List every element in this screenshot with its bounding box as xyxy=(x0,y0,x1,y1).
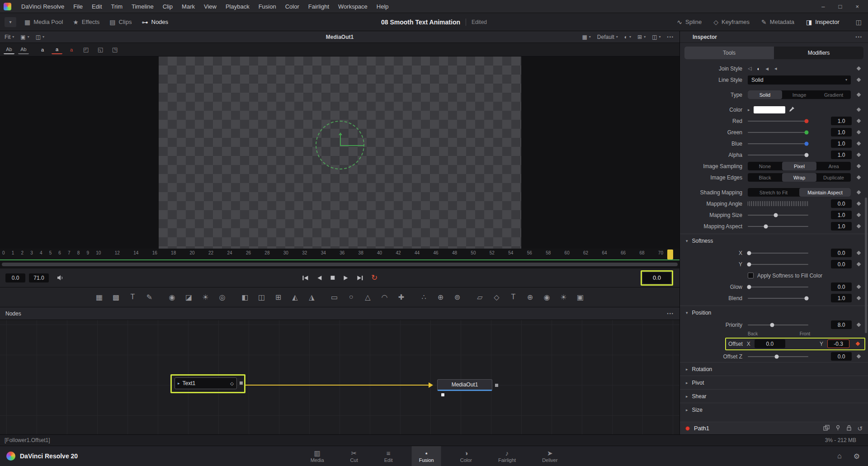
text-color-outline-button[interactable]: a xyxy=(66,45,77,54)
textplus-tool-icon[interactable]: T xyxy=(128,293,137,301)
close-button[interactable]: × xyxy=(855,3,859,10)
panel-toggle-icon[interactable]: ◫ xyxy=(856,19,862,26)
display-mode-dropdown[interactable]: ▦▾ xyxy=(582,34,590,40)
colorcorrector-tool-icon[interactable]: ◉ xyxy=(168,293,177,301)
play-reverse-button[interactable] xyxy=(316,275,322,281)
blue-slider[interactable] xyxy=(748,143,808,144)
keyframe-diamond-icon[interactable] xyxy=(856,66,861,71)
keyframe-diamond-icon[interactable] xyxy=(856,78,861,82)
inspector-button[interactable]: ◨Inspector xyxy=(806,19,840,26)
keyframe-diamond-icon[interactable] xyxy=(856,119,861,123)
green-value[interactable]: 1.0 xyxy=(831,128,852,137)
softness-x-slider[interactable] xyxy=(748,253,808,254)
keyframe-diamond-icon[interactable] xyxy=(856,141,861,146)
page-media[interactable]: ▥Media xyxy=(303,446,331,466)
pin-icon[interactable] xyxy=(835,424,841,433)
settings-gear-icon[interactable]: ⚙ xyxy=(854,452,860,461)
tab-modifiers[interactable]: Modifiers xyxy=(774,47,863,59)
mapping-aspect-slider[interactable] xyxy=(748,226,808,227)
menu-view[interactable]: View xyxy=(199,0,221,13)
keyframe-diamond-icon[interactable] xyxy=(856,202,861,206)
lumakeyer-tool-icon[interactable]: ◭ xyxy=(291,293,300,301)
edges-option-duplicate[interactable]: Duplicate xyxy=(816,173,851,182)
colorcurves-tool-icon[interactable]: ◪ xyxy=(184,293,193,301)
zoom-preset-dropdown[interactable]: Default ▾ xyxy=(597,34,618,40)
metadata-button[interactable]: ✎Metadata xyxy=(761,19,794,26)
softness-y-slider[interactable] xyxy=(748,264,808,265)
keyframe-diamond-icon[interactable] xyxy=(856,296,861,301)
rectangle-mask-tool-icon[interactable]: ▭ xyxy=(330,293,339,301)
keyframe-diamond-icon[interactable] xyxy=(856,285,861,289)
offset-z-value[interactable]: 0.0 xyxy=(831,352,852,361)
mapping-size-value[interactable]: 1.0 xyxy=(831,211,852,219)
text-transform-1-button[interactable]: ◰ xyxy=(80,45,91,54)
fastnoise-tool-icon[interactable]: ▩ xyxy=(112,293,121,301)
section-size[interactable]: ▸Size xyxy=(680,403,868,416)
loop-button[interactable]: ↻ xyxy=(371,274,377,282)
menu-timeline[interactable]: Timeline xyxy=(127,0,158,13)
brightnesscontrast-tool-icon[interactable]: ☀ xyxy=(201,293,210,301)
reset-history-icon[interactable]: ↺ xyxy=(857,425,863,432)
paint-tool-icon[interactable]: ✎ xyxy=(145,293,154,301)
priority-value[interactable]: 8.0 xyxy=(831,320,852,329)
split-view-dropdown[interactable]: ◫▾ xyxy=(652,34,660,40)
play-forward-button[interactable] xyxy=(343,275,349,281)
mapping-aspect-value[interactable]: 1.0 xyxy=(831,222,852,231)
guides-grid-dropdown[interactable]: ⊞▾ xyxy=(637,34,646,40)
alpha-value[interactable]: 1.0 xyxy=(831,151,852,159)
stop-button[interactable] xyxy=(330,275,335,280)
mapping-size-slider[interactable] xyxy=(748,215,808,216)
ellipse-mask-tool-icon[interactable]: ○ xyxy=(347,293,356,301)
node-text1-output[interactable] xyxy=(240,381,243,385)
softness-x-value[interactable]: 0.0 xyxy=(831,249,852,257)
section-shear[interactable]: ▸Shear xyxy=(680,389,868,403)
offset-y-field[interactable]: -0.3 xyxy=(827,339,849,348)
maximize-button[interactable]: □ xyxy=(839,3,842,10)
join-style-option-3-icon[interactable]: ◂ xyxy=(774,66,777,71)
channel-display-dropdown[interactable]: ▣▾ xyxy=(20,34,29,40)
keyframe-diamond-icon[interactable] xyxy=(856,175,861,180)
page-fusion[interactable]: ⋆Fusion xyxy=(412,446,441,466)
text-transform-2-button[interactable]: ◱ xyxy=(95,45,106,54)
red-value[interactable]: 1.0 xyxy=(831,117,852,125)
shape3d-tool-icon[interactable]: ◇ xyxy=(492,293,501,301)
channelbooleans-tool-icon[interactable]: ⊞ xyxy=(274,293,283,301)
range-in-field[interactable]: 0.0 xyxy=(5,273,25,282)
softness-y-value[interactable]: 0.0 xyxy=(831,260,852,268)
path1-footer-row[interactable]: Path1 ↺ xyxy=(680,422,868,434)
audio-mute-icon[interactable] xyxy=(57,275,64,281)
node-text1[interactable]: ▸ Text1 ◇ xyxy=(175,377,237,389)
sampling-option-none[interactable]: None xyxy=(748,162,782,170)
menu-workspace[interactable]: Workspace xyxy=(334,0,372,13)
tab-tools[interactable]: Tools xyxy=(684,47,774,59)
menu-fairlight[interactable]: Fairlight xyxy=(304,0,334,13)
glow-value[interactable]: 0.0 xyxy=(831,282,852,291)
menu-color[interactable]: Color xyxy=(281,0,304,13)
minimize-button[interactable]: – xyxy=(821,3,825,10)
keyframe-diamond-icon[interactable] xyxy=(856,130,861,135)
polygon-mask-tool-icon[interactable]: △ xyxy=(363,293,373,301)
pmerge-tool-icon[interactable]: ⊕ xyxy=(436,293,445,301)
apply-softness-checkbox[interactable] xyxy=(748,273,754,278)
priority-slider[interactable] xyxy=(748,325,808,325)
effects-button[interactable]: ★Effects xyxy=(73,19,99,26)
glow-slider[interactable] xyxy=(748,287,808,287)
page-cut[interactable]: ✂Cut xyxy=(343,446,365,466)
mapping-angle-thumbwheel[interactable] xyxy=(748,201,808,206)
sampling-option-area[interactable]: Area xyxy=(816,162,851,170)
blend-value[interactable]: 1.0 xyxy=(831,294,852,302)
node-input-arrow-icon[interactable]: ▸ xyxy=(178,381,180,386)
clips-button[interactable]: ▤Clips xyxy=(109,19,132,26)
playhead-marker[interactable] xyxy=(667,249,673,259)
mapping-angle-value[interactable]: 0.0 xyxy=(831,199,852,208)
media-pool-button[interactable]: ▦Media Pool xyxy=(24,19,63,26)
spotlight3d-tool-icon[interactable]: ☀ xyxy=(559,293,568,301)
imageplane3d-tool-icon[interactable]: ▱ xyxy=(476,293,485,301)
nodes-button[interactable]: ⊶Nodes xyxy=(142,19,169,26)
sampling-option-pixel[interactable]: Pixel xyxy=(782,162,816,170)
blend-slider[interactable] xyxy=(748,298,808,299)
viewer-options-menu[interactable]: ••• xyxy=(667,35,674,39)
blur-tool-icon[interactable]: ◎ xyxy=(218,293,227,301)
current-time-field[interactable]: 0.0 xyxy=(643,273,671,283)
mattecontrol-tool-icon[interactable]: ◫ xyxy=(257,293,266,301)
